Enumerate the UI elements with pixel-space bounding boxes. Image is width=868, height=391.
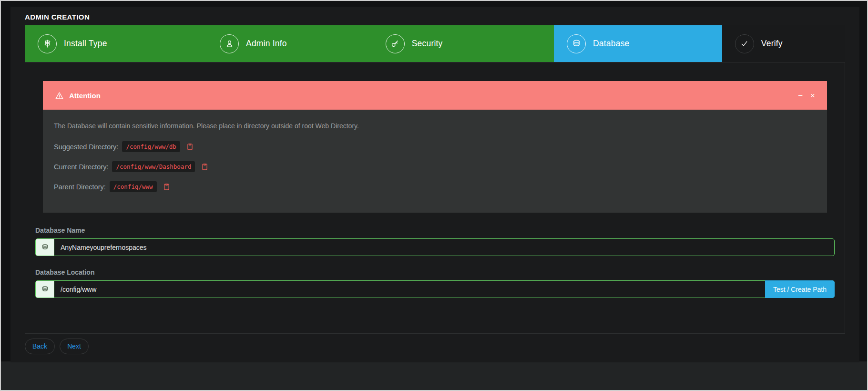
parent-directory-row: Parent Directory: /config/www: [54, 181, 816, 192]
suggested-directory-row: Suggested Directory: /config/www/db: [54, 141, 816, 152]
directory-path-chip: /config/www/db: [122, 141, 180, 152]
directory-path-chip: /config/www: [110, 181, 157, 192]
directory-path-chip: /config/www/Dashboard: [112, 161, 195, 172]
wizard-step-bar: Install Type Admin Info Security Databas…: [25, 25, 845, 62]
alert-title: Attention: [69, 92, 101, 100]
page-title: ADMIN CREATION: [25, 13, 845, 21]
close-alert-button[interactable]: ×: [810, 92, 815, 100]
back-button[interactable]: Back: [25, 339, 55, 354]
step-label: Admin Info: [246, 39, 287, 49]
clipboard-icon[interactable]: [163, 182, 171, 191]
next-button[interactable]: Next: [60, 339, 89, 354]
step-security[interactable]: Security: [373, 25, 554, 62]
key-icon: [386, 34, 405, 53]
step-database[interactable]: Database: [554, 25, 722, 62]
alert-message: The Database will contain sensitive info…: [54, 122, 816, 130]
step-install-type[interactable]: Install Type: [25, 25, 207, 62]
step-label: Database: [593, 39, 630, 49]
person-icon: [220, 34, 239, 53]
directory-label: Parent Directory:: [54, 183, 106, 191]
step-content-panel: Attention − × The Database will contain …: [25, 62, 845, 334]
step-label: Install Type: [64, 39, 107, 49]
database-name-group: Database Name: [35, 226, 835, 256]
attention-alert: Attention − × The Database will contain …: [43, 81, 827, 213]
check-icon: [735, 34, 754, 53]
signpost-icon: [38, 34, 57, 53]
admin-creation-page: { "page": { "title": "ADMIN CREATION" },…: [0, 0, 868, 391]
database-name-input-group: [35, 238, 835, 256]
current-directory-row: Current Directory: /config/www/Dashboard: [54, 161, 816, 172]
database-addon: [36, 239, 54, 256]
database-location-input-group: Test / Create Path: [35, 280, 835, 298]
database-location-input[interactable]: [54, 281, 765, 298]
directory-label: Suggested Directory:: [54, 143, 118, 151]
wizard-nav-buttons: Back Next: [25, 339, 859, 354]
step-label: Security: [412, 39, 443, 49]
alert-header: Attention − ×: [43, 81, 827, 110]
test-create-path-button[interactable]: Test / Create Path: [765, 280, 835, 298]
directory-label: Current Directory:: [54, 163, 108, 171]
warning-triangle-icon: [55, 91, 64, 100]
admin-creation-card: ADMIN CREATION Install Type Admin Info S…: [10, 7, 859, 362]
database-addon: [36, 281, 54, 298]
database-name-input[interactable]: [54, 239, 834, 256]
step-verify[interactable]: Verify: [722, 25, 845, 62]
database-location-label: Database Location: [35, 268, 835, 276]
database-icon: [567, 34, 586, 53]
database-location-group: Database Location Test / Create Path: [35, 268, 835, 298]
step-label: Verify: [761, 39, 783, 49]
clipboard-icon[interactable]: [186, 142, 194, 151]
database-name-label: Database Name: [35, 226, 835, 234]
alert-body: The Database will contain sensitive info…: [43, 110, 827, 213]
page-footer-background: [1, 361, 867, 390]
minimize-alert-button[interactable]: −: [798, 92, 803, 100]
clipboard-icon[interactable]: [201, 162, 209, 171]
step-admin-info[interactable]: Admin Info: [207, 25, 373, 62]
